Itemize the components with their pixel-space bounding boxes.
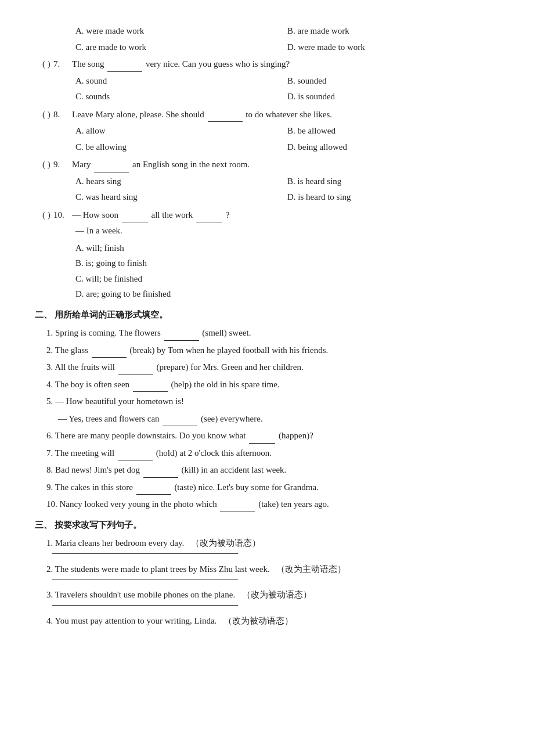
- q8-opt-c: C. be allowing: [75, 139, 287, 156]
- s2-q9-blank[interactable]: [136, 485, 171, 495]
- q8-blank[interactable]: [208, 113, 243, 123]
- question-10: ( ) 10. — How soon all the work ?: [35, 208, 499, 223]
- q8-lparen: (: [35, 107, 45, 123]
- s2-q4-blank[interactable]: [133, 383, 168, 393]
- q10-num: 10.: [53, 208, 72, 223]
- s3-q2-answer-line: [52, 579, 238, 579]
- q7-opt-a: A. sound: [75, 73, 287, 89]
- s2-q7: 7. The meeting will (hold) at 2 o'clock …: [35, 446, 499, 461]
- q10-opt-a: A. will; finish: [75, 241, 499, 256]
- q9-num: 9.: [53, 157, 72, 172]
- prev-option-d: D. were made to work: [287, 39, 499, 56]
- s2-q5-sub: — Yes, trees and flowers can (see) every…: [35, 412, 499, 427]
- q9-lparen: (: [35, 157, 45, 172]
- q10-text: — How soon all the work ?: [72, 208, 499, 223]
- q7-opt-d: D. is sounded: [287, 89, 499, 105]
- q9-rparen: ): [45, 157, 53, 172]
- s2-q4-num: 4.: [46, 380, 55, 389]
- q8-rparen: ): [45, 107, 53, 123]
- s2-q1-blank[interactable]: [164, 331, 199, 341]
- s2-q5-num: 5.: [46, 397, 55, 406]
- question-7: ( ) 7. The song very nice. Can you guess…: [35, 57, 499, 72]
- s2-q2-blank[interactable]: [92, 348, 127, 358]
- s2-q4: 4. The boy is often seen (help) the old …: [35, 377, 499, 393]
- s2-q9-num: 9.: [46, 483, 55, 492]
- prev-option-c: C. are made to work: [75, 39, 287, 56]
- s2-q3: 3. All the fruits will (prepare) for Mrs…: [35, 360, 499, 375]
- q9-text: Mary an English song in the next room.: [72, 157, 499, 172]
- s2-q8: 8. Bad news! Jim's pet dog (kill) in an …: [35, 463, 499, 478]
- section2-header: 二、 用所给单词的正确形式填空。: [35, 308, 499, 323]
- s2-q3-blank[interactable]: [118, 365, 153, 375]
- q9-options: A. hears sing B. is heard sing C. was he…: [75, 174, 499, 206]
- q10-opt-b: B. is; going to finish: [75, 256, 499, 271]
- q9-opt-d: D. is heard to sing: [287, 189, 499, 206]
- q9-opt-c: C. was heard sing: [75, 189, 287, 206]
- s2-q6-num: 6.: [46, 431, 55, 440]
- s3-q2-num: 2.: [46, 564, 55, 574]
- s2-q8-num: 8.: [46, 465, 55, 474]
- q7-text: The song very nice. Can you guess who is…: [72, 57, 499, 72]
- s2-q8-blank[interactable]: [143, 468, 178, 478]
- q8-num: 8.: [53, 107, 72, 123]
- s3-q4-num: 4.: [46, 616, 55, 625]
- s2-q1-num: 1.: [46, 328, 55, 337]
- s2-q6-blank[interactable]: [249, 434, 275, 444]
- q8-options: A. allow B. be allowed C. be allowing D.…: [75, 123, 499, 155]
- s2-q10: 10. Nancy looked very young in the photo…: [35, 497, 499, 512]
- s2-q9: 9. The cakes in this store (taste) nice.…: [35, 480, 499, 495]
- q7-lparen: (: [35, 57, 45, 72]
- question-9: ( ) 9. Mary an English song in the next …: [35, 157, 499, 172]
- q10-blank1[interactable]: [122, 213, 148, 223]
- s2-q2: 2. The glass (break) by Tom when he play…: [35, 343, 499, 358]
- q9-opt-a: A. hears sing: [75, 174, 287, 190]
- s3-q4: 4. You must pay attention to your writin…: [35, 614, 499, 629]
- q9-opt-b: B. is heard sing: [287, 174, 499, 190]
- q9-blank[interactable]: [94, 163, 129, 172]
- prev-option-b: B. are made work: [287, 23, 499, 39]
- s3-q1: 1. Maria cleans her bedroom every day. （…: [35, 536, 499, 551]
- s2-q3-num: 3.: [46, 362, 55, 372]
- section3-header: 三、 按要求改写下列句子。: [35, 518, 499, 533]
- q8-opt-a: A. allow: [75, 123, 287, 139]
- q10-options: A. will; finish B. is; going to finish C…: [75, 241, 499, 302]
- prev-options: A. were made work B. are made work C. ar…: [35, 23, 499, 55]
- q10-opt-d: D. are; going to be finished: [75, 287, 499, 302]
- s2-q5-blank[interactable]: [163, 417, 197, 427]
- q10-sub-text: — In a week.: [75, 226, 122, 235]
- s3-q3-num: 3.: [46, 590, 55, 599]
- s3-q3: 3. Travelers shouldn't use mobile phones…: [35, 588, 499, 603]
- q7-num: 7.: [53, 57, 72, 72]
- q10-sub: — In a week.: [75, 224, 499, 239]
- q8-opt-d: D. being allowed: [287, 139, 499, 156]
- q7-rparen: ): [45, 57, 53, 72]
- q8-opt-b: B. be allowed: [287, 123, 499, 139]
- q7-options: A. sound B. sounded C. sounds D. is soun…: [75, 73, 499, 105]
- q10-rparen: ): [45, 208, 53, 223]
- s2-q7-blank[interactable]: [118, 451, 153, 461]
- s2-q10-blank[interactable]: [220, 502, 255, 512]
- s3-q2: 2. The students were made to plant trees…: [35, 562, 499, 577]
- s2-q10-num: 10.: [46, 499, 60, 509]
- q10-opt-c: C. will; be finished: [75, 272, 499, 287]
- s2-q5: 5. — How beautiful your hometown is!: [35, 394, 499, 409]
- s2-q1: 1. Spring is coming. The flowers (smell)…: [35, 326, 499, 341]
- q7-opt-b: B. sounded: [287, 73, 499, 89]
- q7-opt-c: C. sounds: [75, 89, 287, 105]
- s2-q6: 6. There are many people downstairs. Do …: [35, 429, 499, 444]
- s2-q7-num: 7.: [46, 448, 55, 458]
- s3-q1-answer-line: [52, 553, 238, 554]
- s2-q2-num: 2.: [46, 345, 55, 355]
- q10-lparen: (: [35, 208, 45, 223]
- prev-option-a: A. were made work: [75, 23, 287, 39]
- q8-text: Leave Mary alone, please. She should to …: [72, 107, 499, 123]
- s3-q3-answer-line: [52, 605, 238, 606]
- q7-blank[interactable]: [107, 62, 142, 72]
- q10-blank2[interactable]: [196, 213, 222, 223]
- question-8: ( ) 8. Leave Mary alone, please. She sho…: [35, 107, 499, 123]
- s3-q1-num: 1.: [46, 538, 55, 548]
